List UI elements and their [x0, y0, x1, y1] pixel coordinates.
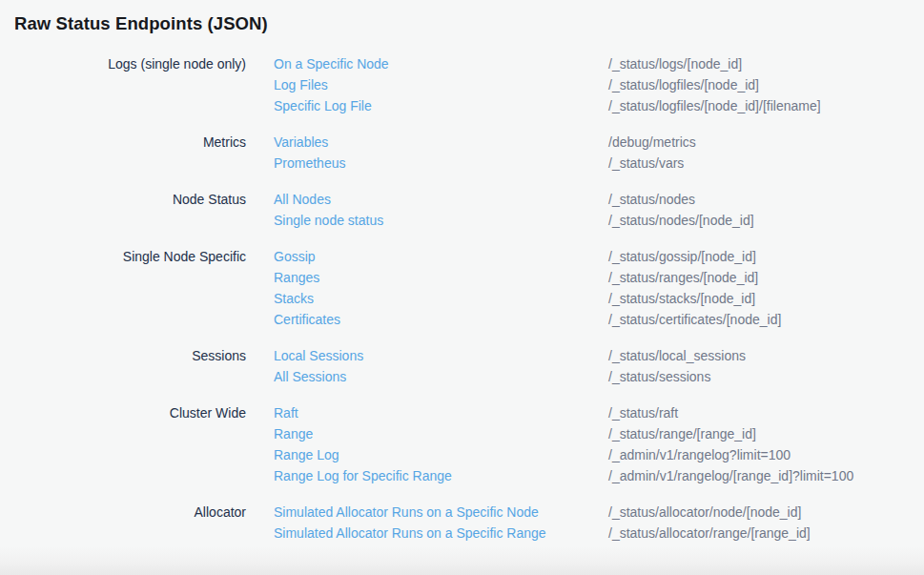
endpoint-link-row: Simulated Allocator Runs on a Specific N…	[274, 502, 608, 523]
endpoint-path: /_status/ranges/[node_id]	[608, 267, 924, 288]
endpoint-link-row: Raft	[274, 402, 608, 423]
endpoint-path: /_status/gossip/[node_id]	[608, 246, 924, 267]
endpoint-path: /_status/vars	[608, 153, 924, 174]
endpoint-link-row: All Sessions	[274, 366, 608, 387]
endpoint-link-row: Gossip	[274, 246, 608, 267]
endpoint-path: /_status/range/[range_id]	[608, 423, 924, 444]
group-links-column: RaftRangeRange LogRange Log for Specific…	[274, 402, 608, 486]
endpoint-link[interactable]: Range Log for Specific Range	[274, 468, 452, 483]
endpoint-link-row: Local Sessions	[274, 345, 608, 366]
endpoint-path: /_status/allocator/range/[range_id]	[608, 523, 924, 544]
endpoint-path: /_status/logs/[node_id]	[608, 53, 924, 74]
endpoint-link[interactable]: Single node status	[274, 213, 383, 228]
endpoint-link[interactable]: Gossip	[274, 249, 316, 264]
endpoint-link[interactable]: Simulated Allocator Runs on a Specific R…	[274, 525, 546, 541]
endpoint-path: /_status/logfiles/[node_id]	[608, 74, 924, 95]
endpoint-link-row: Log Files	[274, 74, 608, 95]
endpoint-groups: Logs (single node only)On a Specific Nod…	[0, 53, 924, 544]
endpoint-group: AllocatorSimulated Allocator Runs on a S…	[0, 502, 924, 544]
group-paths-column: /_status/nodes/_status/nodes/[node_id]	[608, 189, 924, 231]
endpoint-link[interactable]: Specific Log File	[274, 98, 372, 113]
endpoint-link-row: Range Log for Specific Range	[274, 465, 608, 486]
endpoint-link-row: Single node status	[274, 210, 608, 231]
footer-strip	[0, 546, 924, 575]
endpoint-link-row: Prometheus	[274, 153, 608, 174]
endpoint-group: MetricsVariablesPrometheus/debug/metrics…	[0, 132, 924, 174]
group-links-column: VariablesPrometheus	[274, 132, 608, 174]
endpoint-link[interactable]: Simulated Allocator Runs on a Specific N…	[274, 504, 539, 520]
group-paths-column: /_status/allocator/node/[node_id]/_statu…	[608, 502, 924, 544]
endpoint-link[interactable]: Range Log	[274, 447, 339, 462]
endpoint-link[interactable]: Prometheus	[274, 155, 345, 171]
page-title: Raw Status Endpoints (JSON)	[0, 0, 924, 35]
group-links-column: GossipRangesStacksCertificates	[274, 246, 608, 330]
group-links-column: All NodesSingle node status	[274, 189, 608, 231]
endpoint-link[interactable]: Stacks	[274, 291, 314, 306]
endpoint-path: /_admin/v1/rangelog?limit=100	[608, 444, 924, 465]
endpoint-link-row: Specific Log File	[274, 95, 608, 116]
group-links-column: Simulated Allocator Runs on a Specific N…	[274, 502, 608, 544]
endpoint-link[interactable]: Raft	[274, 405, 298, 421]
endpoint-group: Cluster WideRaftRangeRange LogRange Log …	[0, 402, 924, 486]
group-links-column: On a Specific NodeLog FilesSpecific Log …	[274, 53, 608, 116]
group-paths-column: /_status/local_sessions/_status/sessions	[608, 345, 924, 387]
group-paths-column: /_status/logs/[node_id]/_status/logfiles…	[608, 53, 924, 116]
endpoint-group: Logs (single node only)On a Specific Nod…	[0, 53, 924, 116]
endpoint-path: /_status/local_sessions	[608, 345, 924, 366]
endpoint-path: /_status/raft	[608, 402, 924, 423]
group-label: Sessions	[0, 345, 246, 387]
group-label: Allocator	[0, 502, 246, 544]
endpoint-link[interactable]: Log Files	[274, 77, 328, 92]
endpoint-link-row: Range	[274, 423, 608, 444]
group-paths-column: /debug/metrics/_status/vars	[608, 132, 924, 174]
endpoint-path: /_status/nodes	[608, 189, 924, 210]
group-paths-column: /_status/raft/_status/range/[range_id]/_…	[608, 402, 924, 486]
endpoint-link[interactable]: Local Sessions	[274, 348, 363, 363]
raw-status-endpoints-page: Raw Status Endpoints (JSON) Logs (single…	[0, 0, 924, 575]
endpoint-link[interactable]: On a Specific Node	[274, 56, 389, 72]
endpoint-link-row: Stacks	[274, 288, 608, 309]
group-label: Single Node Specific	[0, 246, 246, 330]
endpoint-path: /_status/allocator/node/[node_id]	[608, 502, 924, 523]
endpoint-link[interactable]: Ranges	[274, 270, 319, 285]
endpoint-link[interactable]: Variables	[274, 134, 328, 150]
endpoint-path: /_admin/v1/rangelog/[range_id]?limit=100	[608, 465, 924, 486]
endpoint-group: SessionsLocal SessionsAll Sessions/_stat…	[0, 345, 924, 387]
endpoint-link[interactable]: Certificates	[274, 312, 340, 327]
endpoint-path: /_status/certificates/[node_id]	[608, 309, 924, 330]
endpoint-link-row: On a Specific Node	[274, 53, 608, 74]
endpoint-path: /_status/stacks/[node_id]	[608, 288, 924, 309]
endpoint-link-row: Variables	[274, 132, 608, 153]
group-label: Logs (single node only)	[0, 53, 246, 116]
group-paths-column: /_status/gossip/[node_id]/_status/ranges…	[608, 246, 924, 330]
endpoint-link-row: All Nodes	[274, 189, 608, 210]
endpoint-link[interactable]: Range	[274, 426, 313, 442]
endpoint-group: Single Node SpecificGossipRangesStacksCe…	[0, 246, 924, 330]
group-links-column: Local SessionsAll Sessions	[274, 345, 608, 387]
endpoint-link[interactable]: All Nodes	[274, 192, 331, 207]
endpoint-link-row: Range Log	[274, 444, 608, 465]
endpoint-path: /_status/logfiles/[node_id]/[filename]	[608, 95, 924, 116]
endpoint-path: /_status/nodes/[node_id]	[608, 210, 924, 231]
endpoint-path: /debug/metrics	[608, 132, 924, 153]
endpoint-link[interactable]: All Sessions	[274, 369, 346, 384]
endpoint-link-row: Certificates	[274, 309, 608, 330]
endpoint-link-row: Simulated Allocator Runs on a Specific R…	[274, 523, 608, 544]
endpoint-group: Node StatusAll NodesSingle node status/_…	[0, 189, 924, 231]
endpoint-link-row: Ranges	[274, 267, 608, 288]
group-label: Node Status	[0, 189, 246, 231]
group-label: Metrics	[0, 132, 246, 174]
group-label: Cluster Wide	[0, 402, 246, 486]
endpoint-path: /_status/sessions	[608, 366, 924, 387]
